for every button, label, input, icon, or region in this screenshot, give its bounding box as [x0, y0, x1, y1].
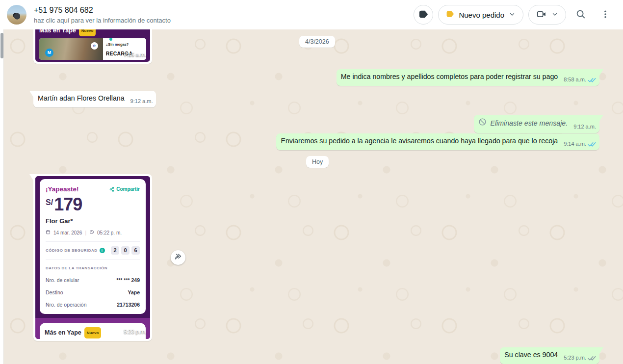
entel-logo: e: [91, 42, 98, 50]
bubble-tail: [599, 115, 603, 121]
row-label: Nro. de operación: [46, 300, 86, 310]
message-text: Enviaremos su pedido a la agencia le avi…: [281, 137, 558, 145]
label-filter-button[interactable]: [414, 5, 433, 25]
yape-receipt-image[interactable]: ¡Yapeaste! Compartir S/ 179 Flor Gar*: [35, 176, 150, 339]
message-text: Eliminaste este mensaje.: [490, 119, 568, 128]
clock-icon: [89, 228, 94, 237]
message-time: 7:16 a.m.: [124, 50, 146, 59]
bubble-tail: [599, 69, 603, 76]
contact-subtitle: haz clic aquí para ver la información de…: [34, 16, 171, 25]
double-check-read-icon: [588, 141, 596, 147]
calendar-icon: [46, 228, 51, 237]
contact-title: +51 975 804 682: [34, 5, 171, 15]
payee-name: Flor Gar*: [46, 216, 140, 226]
outgoing-message[interactable]: Su clave es 9004 5:23 p.m.: [500, 347, 599, 364]
info-icon: i: [100, 248, 105, 253]
label-tag-icon: [418, 9, 428, 21]
transaction-row: Nro. de celular *** *** 249: [46, 276, 140, 285]
incoming-image-message[interactable]: ¡Yapeaste! Compartir S/ 179 Flor Gar*: [33, 174, 152, 341]
share-button: Compartir: [109, 184, 140, 194]
transaction-row: Nro. de operación 21713206: [46, 300, 140, 310]
receipt-time: 05:22 p. m.: [97, 228, 122, 237]
outgoing-message[interactable]: Me indica nombres y apellidos completos …: [337, 69, 599, 86]
order-label-dropdown[interactable]: Nuevo pedido: [438, 5, 523, 25]
security-code-label: CÓDIGO DE SEGURIDAD: [46, 246, 98, 255]
search-button[interactable]: [571, 5, 591, 25]
prohibited-icon: [478, 118, 487, 129]
date-chip-today: Hoy: [306, 156, 329, 168]
row-value: Yape: [128, 288, 140, 297]
kebab-menu-icon: [600, 9, 610, 21]
incoming-message[interactable]: Martín adan Flores Orellana 9:12 a.m.: [33, 91, 156, 107]
receipt-date: 14 mar. 2026: [53, 228, 82, 237]
chat-list-scrollbar[interactable]: [0, 33, 3, 58]
message-time: 5:23 p.m.: [124, 327, 146, 337]
nuevo-badge: Nuevo: [84, 327, 101, 338]
menu-button[interactable]: [596, 5, 615, 25]
message-time: 9:14 a.m.: [564, 139, 586, 149]
chevron-down-icon: [551, 11, 558, 19]
forward-message-button[interactable]: [171, 250, 185, 265]
row-value: 21713206: [117, 300, 140, 310]
meta-separator: |: [85, 228, 86, 237]
promo-photo: M e: [39, 38, 103, 60]
divider: [46, 259, 140, 260]
forward-icon: [174, 252, 183, 263]
conversation-header: +51 975 804 682 haz clic aquí para ver l…: [0, 0, 623, 29]
adjacent-panel-edge: [0, 29, 4, 364]
share-label: Compartir: [116, 184, 140, 194]
code-digit: 6: [131, 246, 140, 255]
contact-avatar[interactable]: [7, 5, 26, 25]
double-check-delivered-icon: [588, 355, 596, 361]
security-code: 2 0 6: [111, 246, 140, 255]
contact-info-button[interactable]: +51 975 804 682 haz clic aquí para ver l…: [7, 5, 414, 25]
transaction-row: Destino Yape: [46, 288, 140, 297]
transaction-data-label: DATOS DE LA TRANSACCIÓN: [46, 263, 140, 273]
currency-symbol: S/: [46, 198, 53, 207]
header-actions: Nuevo pedido: [414, 5, 615, 25]
more-in-yape-title: Más en Yape: [45, 328, 81, 338]
message-text: Me indica nombres y apellidos completos …: [341, 73, 558, 80]
receipt-heading: ¡Yapeaste!: [46, 184, 79, 194]
receipt-amount: S/ 179: [46, 195, 140, 214]
yape-promo-image[interactable]: Más en Yape Nuevo M e ¿Sin megas? RECARG…: [35, 29, 150, 62]
chevron-down-icon: [509, 11, 516, 19]
message-text: Martín adan Flores Orellana: [38, 94, 125, 102]
promo-question: ¿Sin megas?: [106, 40, 143, 49]
video-call-dropdown[interactable]: [528, 5, 566, 25]
double-check-read-icon: [588, 77, 596, 83]
promo-title: Más en Yape: [39, 29, 76, 35]
message-text: Su clave es 9004: [504, 351, 558, 359]
video-camera-icon: [536, 9, 547, 21]
movistar-logo: M: [45, 49, 53, 57]
search-icon: [575, 9, 586, 21]
code-digit: 2: [111, 246, 119, 255]
deleted-message[interactable]: Eliminaste este mensaje. 9:12 a.m.: [474, 115, 599, 133]
message-time: 5:23 p.m.: [564, 353, 586, 363]
chat-panel: Más en Yape Nuevo M e ¿Sin megas? RECARG…: [0, 29, 623, 364]
message-time: 9:12 a.m.: [130, 97, 153, 106]
code-digit: 0: [121, 246, 130, 255]
divider: [46, 241, 140, 242]
yellow-label-tag-icon: [446, 10, 454, 20]
row-label: Destino: [46, 288, 63, 297]
message-time: 8:58 a.m.: [564, 75, 586, 84]
nuevo-badge: Nuevo: [79, 29, 96, 36]
bubble-tail: [29, 91, 33, 97]
order-label-text: Nuevo pedido: [459, 11, 504, 19]
message-time: 9:12 a.m.: [573, 122, 596, 131]
bubble-tail: [599, 347, 603, 354]
date-chip: 4/3/2026: [299, 36, 335, 48]
bubble-tail: [29, 174, 33, 181]
row-label: Nro. de celular: [46, 276, 79, 285]
row-value: *** *** 249: [116, 276, 140, 285]
incoming-image-message[interactable]: Más en Yape Nuevo M e ¿Sin megas? RECARG…: [33, 29, 152, 64]
amount-value: 179: [54, 195, 82, 214]
outgoing-message[interactable]: Enviaremos su pedido a la agencia le avi…: [276, 133, 599, 150]
